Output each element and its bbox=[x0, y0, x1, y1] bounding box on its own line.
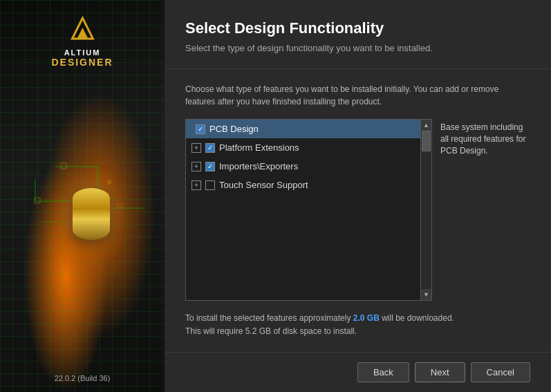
next-button[interactable]: Next bbox=[415, 362, 465, 382]
importers-expand-btn[interactable]: + bbox=[192, 162, 201, 171]
svg-rect-0 bbox=[55, 166, 97, 167]
install-info-line2: This will require 5.2 GB of disk space t… bbox=[185, 325, 530, 338]
page-subtitle: Select the type of design functionality … bbox=[185, 43, 530, 53]
pcb-design-checkbox[interactable]: ✓ bbox=[196, 124, 205, 134]
platform-extensions-label: Platform Extensions bbox=[219, 142, 299, 153]
pcb-design-label: PCB Design bbox=[209, 124, 259, 134]
check-icon: ✓ bbox=[207, 163, 213, 170]
importers-exporters-label: Importers\Exporters bbox=[219, 161, 298, 171]
back-button[interactable]: Back bbox=[357, 362, 409, 382]
feature-touch-sensor[interactable]: + Touch Sensor Support bbox=[186, 176, 431, 194]
platform-expand-btn[interactable]: + bbox=[192, 143, 201, 153]
scroll-track[interactable] bbox=[421, 131, 431, 289]
touch-sensor-label: Touch Sensor Support bbox=[219, 180, 308, 190]
importers-exporters-checkbox[interactable]: ✓ bbox=[205, 162, 215, 171]
feature-description: Base system including all required featu… bbox=[440, 119, 530, 301]
page-title: Select Design Functionality bbox=[185, 19, 530, 37]
svg-rect-8 bbox=[107, 180, 111, 184]
main-content: Choose what type of features you want to… bbox=[165, 69, 551, 352]
cancel-button[interactable]: Cancel bbox=[471, 362, 530, 382]
check-icon: ✓ bbox=[207, 144, 213, 151]
version-text: 22.0.2 (Build 36) bbox=[0, 374, 165, 382]
feature-platform-extensions[interactable]: + ✓ Platform Extensions bbox=[186, 138, 431, 157]
description-text: Choose what type of features you want to… bbox=[185, 83, 530, 108]
svg-marker-11 bbox=[77, 28, 88, 39]
right-panel: Select Design Functionality Select the t… bbox=[165, 0, 551, 392]
altium-logo-icon bbox=[66, 12, 98, 44]
check-icon: ✓ bbox=[198, 126, 203, 133]
feature-importers-exporters[interactable]: + ✓ Importers\Exporters bbox=[186, 157, 431, 176]
scroll-down-btn[interactable]: ▼ bbox=[421, 289, 431, 300]
install-info-line1: To install the selected features approxi… bbox=[185, 312, 530, 325]
altium-label: ALTIUM bbox=[51, 48, 113, 57]
feature-pcb-design[interactable]: ✓ PCB Design bbox=[186, 120, 431, 138]
features-area: ✓ PCB Design + ✓ Platform Extensions + bbox=[185, 119, 530, 301]
features-list[interactable]: ✓ PCB Design + ✓ Platform Extensions + bbox=[185, 119, 432, 301]
designer-label: DESIGNER bbox=[51, 57, 113, 68]
logo-area: ALTIUM DESIGNER bbox=[51, 12, 113, 68]
touch-expand-btn[interactable]: + bbox=[192, 180, 201, 190]
footer-buttons: Back Next Cancel bbox=[165, 352, 551, 392]
platform-extensions-checkbox[interactable]: ✓ bbox=[205, 143, 215, 153]
svg-rect-4 bbox=[111, 207, 145, 209]
pcb-tower bbox=[73, 188, 110, 240]
features-scrollbar[interactable]: ▲ ▼ bbox=[420, 120, 431, 300]
scroll-thumb[interactable] bbox=[422, 131, 431, 151]
page-header: Select Design Functionality Select the t… bbox=[165, 0, 551, 69]
download-size: 2.0 GB bbox=[353, 313, 380, 323]
install-info: To install the selected features approxi… bbox=[185, 312, 530, 338]
touch-sensor-checkbox[interactable] bbox=[205, 180, 215, 190]
left-panel: ALTIUM DESIGNER 22.0.2 (Build 36) bbox=[0, 0, 165, 392]
logo-text: ALTIUM DESIGNER bbox=[51, 48, 113, 68]
scroll-up-btn[interactable]: ▲ bbox=[421, 120, 431, 131]
